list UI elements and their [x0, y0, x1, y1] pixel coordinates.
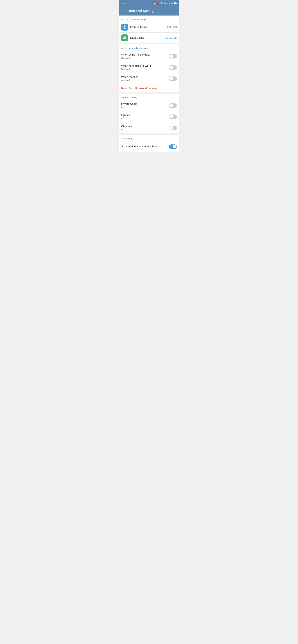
- storage-usage-row[interactable]: Storage Usage 26.92 GB: [119, 22, 179, 32]
- save-to-gallery-header: Save to Gallery: [119, 94, 179, 100]
- status-time: 10:16: [121, 2, 127, 5]
- svg-rect-13: [123, 38, 124, 40]
- svg-rect-7: [168, 3, 168, 4]
- channels-text: Channels Off: [121, 125, 165, 131]
- roaming-text: When roaming Disabled: [121, 76, 165, 82]
- svg-rect-14: [124, 37, 125, 40]
- channels-label: Channels: [121, 125, 165, 128]
- svg-rect-6: [167, 3, 167, 4]
- stream-videos-label: Stream Videos and Audio Files: [121, 145, 165, 148]
- wifi-text: When connected to Wi-Fi Disabled: [121, 64, 165, 70]
- battery-text: 70%: [169, 2, 173, 5]
- svg-rect-1: [164, 4, 164, 4]
- streaming-header: Streaming: [119, 135, 179, 141]
- back-button[interactable]: ←: [121, 9, 125, 13]
- status-icons: ⏰ 🔕 70%: [154, 2, 177, 5]
- auto-download-header: Automatic media download: [119, 44, 179, 51]
- status-bar: 10:16 ⏰ 🔕: [119, 0, 179, 7]
- roaming-toggle[interactable]: [169, 76, 177, 81]
- channels-toggle[interactable]: [169, 126, 177, 130]
- mobile-data-label: When using mobile data: [121, 53, 165, 56]
- mobile-data-divider: [167, 54, 167, 59]
- groups-label: Groups: [121, 114, 165, 117]
- roaming-label: When roaming: [121, 76, 165, 79]
- storage-usage-value: 26.92 GB: [166, 26, 177, 29]
- stream-videos-toggle[interactable]: [169, 144, 177, 149]
- mobile-data-text: When using mobile data Disabled: [121, 53, 165, 59]
- storage-icon: [121, 24, 128, 30]
- wifi-sublabel: Disabled: [121, 68, 165, 70]
- storage-usage-label: Storage Usage: [130, 26, 166, 29]
- svg-rect-4: [165, 2, 166, 4]
- roaming-sublabel: Disabled: [121, 79, 165, 82]
- svg-rect-2: [164, 3, 164, 4]
- svg-rect-3: [165, 3, 165, 4]
- wifi-icon: [160, 2, 163, 5]
- battery-icon: [174, 2, 177, 5]
- mobile-data-toggle[interactable]: [169, 54, 177, 58]
- groups-sublabel: Off: [121, 117, 165, 120]
- roaming-row: When roaming Disabled: [119, 73, 179, 84]
- reset-auto-download-button[interactable]: Reset Auto-Download Settings: [119, 84, 179, 92]
- groups-text: Groups Off: [121, 114, 165, 120]
- disk-network-section: Disk and network usage Storage Usage 26.…: [119, 16, 179, 43]
- private-chats-sublabel: Off: [121, 106, 165, 108]
- data-usage-row[interactable]: Data Usage 51.12 GB: [119, 32, 179, 43]
- data-usage-text: Data Usage: [130, 36, 166, 40]
- data-usage-value: 51.12 GB: [166, 36, 177, 40]
- groups-divider: [167, 114, 167, 120]
- svg-rect-11: [176, 3, 177, 4]
- private-chats-label: Private Chats: [121, 102, 165, 106]
- wifi-divider: [167, 65, 167, 70]
- save-to-gallery-section: Save to Gallery Private Chats Off Groups…: [119, 94, 179, 134]
- wifi-label: When connected to Wi-Fi: [121, 64, 165, 68]
- channels-divider: [167, 125, 167, 131]
- streaming-section: Streaming Stream Videos and Audio Files: [119, 135, 179, 152]
- svg-rect-15: [126, 36, 126, 40]
- private-chats-toggle[interactable]: [169, 103, 177, 108]
- stream-videos-row: Stream Videos and Audio Files: [119, 141, 179, 152]
- private-chats-row: Private Chats Off: [119, 100, 179, 111]
- app-header: ← Data and Storage: [119, 7, 179, 16]
- private-chats-text: Private Chats Off: [121, 102, 165, 108]
- signal-icon-2: [166, 2, 168, 5]
- stream-videos-divider: [167, 144, 167, 150]
- mute-icon: 🔕: [157, 2, 160, 5]
- svg-rect-8: [168, 2, 168, 4]
- auto-download-section: Automatic media download When using mobi…: [119, 44, 179, 92]
- svg-point-0: [161, 4, 162, 4]
- alarm-icon: ⏰: [154, 2, 156, 5]
- private-chats-divider: [167, 103, 167, 108]
- storage-usage-text: Storage Usage: [130, 26, 166, 29]
- channels-sublabel: Off: [121, 128, 165, 131]
- groups-toggle[interactable]: [169, 114, 177, 119]
- mobile-data-sublabel: Disabled: [121, 57, 165, 59]
- wifi-row: When connected to Wi-Fi Disabled: [119, 62, 179, 73]
- signal-icon: [164, 2, 166, 5]
- wifi-toggle[interactable]: [169, 65, 177, 70]
- stream-videos-text: Stream Videos and Audio Files: [121, 145, 165, 148]
- groups-row: Groups Off: [119, 111, 179, 122]
- svg-rect-5: [166, 4, 167, 4]
- svg-rect-10: [174, 3, 176, 4]
- data-usage-label: Data Usage: [130, 36, 166, 40]
- data-usage-icon: [121, 34, 128, 41]
- channels-row: Channels Off: [119, 122, 179, 134]
- roaming-divider: [167, 76, 167, 82]
- mobile-data-row: When using mobile data Disabled: [119, 51, 179, 62]
- disk-network-header: Disk and network usage: [119, 16, 179, 22]
- page-title: Data and Storage: [128, 9, 156, 13]
